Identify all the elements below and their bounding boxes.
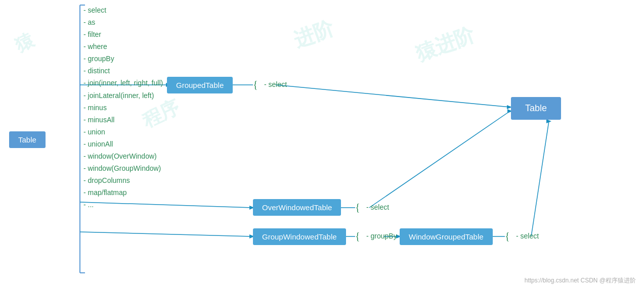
- node-table-left: Table: [9, 131, 46, 148]
- method-item-6: - join(inner, left, right, full): [83, 77, 163, 89]
- method-item-13: - window(GroupWindow): [83, 162, 163, 174]
- svg-line-13: [369, 111, 510, 208]
- method-item-12: - window(OverWindow): [83, 150, 163, 162]
- node-group-windowed-table: GroupWindowedTable: [253, 228, 346, 245]
- method-item-7: - joinLateral(inner, left): [83, 89, 163, 102]
- method-item-9: - minusAll: [83, 114, 163, 126]
- method-item-15: - map/flatmap: [83, 186, 163, 199]
- method-item-14: - dropColumns: [83, 174, 163, 186]
- window-select-label: - select: [516, 232, 539, 240]
- method-item-0: - select: [83, 4, 163, 16]
- method-item-5: - distinct: [83, 65, 163, 77]
- node-grouped-table: GroupedTable: [167, 77, 233, 93]
- group-groupby-label: - groupBy: [366, 232, 397, 240]
- grouped-select-label: - select: [264, 80, 287, 88]
- svg-text:{: {: [253, 79, 258, 90]
- method-item-2: - filter: [83, 28, 163, 40]
- method-list: - select- as- filter- where- groupBy- di…: [83, 4, 163, 211]
- svg-text:{: {: [505, 230, 510, 242]
- svg-text:{: {: [355, 230, 360, 242]
- svg-marker-24: [546, 119, 551, 123]
- footer-text: https://blog.csdn.net CSDN @程序猿进阶: [525, 276, 636, 285]
- svg-text:{: {: [355, 202, 360, 213]
- svg-line-23: [531, 121, 549, 236]
- node-over-windowed-table: OverWindowedTable: [253, 199, 341, 216]
- method-item-11: - unionAll: [83, 138, 163, 150]
- method-item-3: - where: [83, 40, 163, 53]
- over-select-label: - select: [366, 203, 389, 211]
- method-item-10: - union: [83, 126, 163, 138]
- watermark-1: 猿: [11, 28, 37, 58]
- method-item-16: - ...: [83, 199, 163, 211]
- diagram-container: { { { { Table - select-: [0, 0, 644, 289]
- method-item-4: - groupBy: [83, 53, 163, 65]
- method-item-8: - minus: [83, 102, 163, 114]
- watermark-2: 进阶: [290, 14, 337, 54]
- node-table-right: Table: [511, 97, 561, 120]
- node-window-grouped-table: WindowGroupedTable: [400, 228, 493, 245]
- watermark-4: 猿进阶: [412, 21, 479, 68]
- method-item-1: - as: [83, 16, 163, 28]
- svg-line-7: [276, 85, 510, 107]
- svg-line-15: [80, 232, 252, 236]
